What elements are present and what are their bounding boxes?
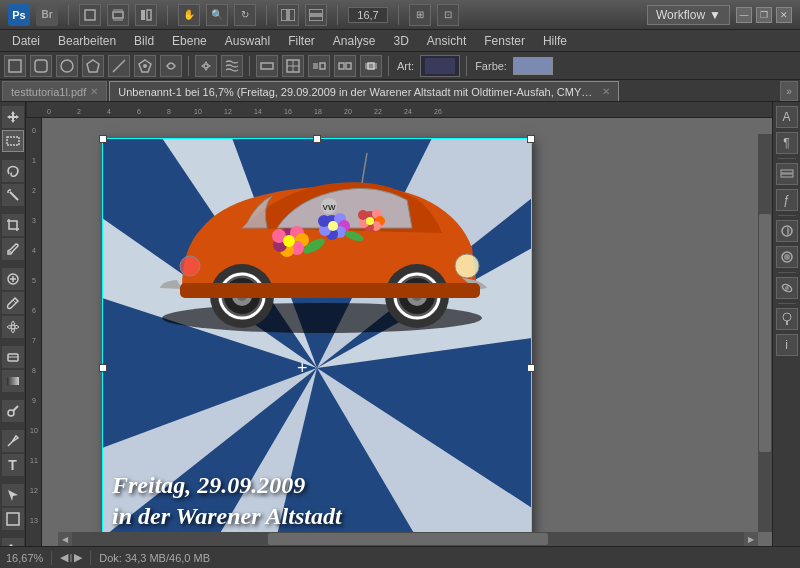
panel-masks[interactable] (776, 246, 798, 268)
svg-text:5: 5 (32, 277, 36, 284)
scrollbar-vertical[interactable] (758, 134, 772, 532)
tool-path-select[interactable] (2, 484, 24, 506)
menu-analyse[interactable]: Analyse (325, 32, 384, 50)
tool-eyedropper[interactable] (2, 238, 24, 260)
menu-filter[interactable]: Filter (280, 32, 323, 50)
opt-s4[interactable] (334, 55, 356, 77)
tab-pdf-close[interactable]: ✕ (90, 86, 98, 97)
rotate-tool-title[interactable]: ↻ (234, 4, 256, 26)
tool-pen[interactable] (2, 430, 24, 452)
canvas-scroll[interactable]: VW + Freitag, 29.09.2009 in der Warener (42, 118, 772, 546)
tool-eraser[interactable] (2, 346, 24, 368)
tool-gradient[interactable] (2, 370, 24, 392)
tab-pdf[interactable]: testtutoria1l.pdf ✕ (2, 81, 107, 101)
menu-bild[interactable]: Bild (126, 32, 162, 50)
opt-s5[interactable] (360, 55, 382, 77)
tool-lasso[interactable] (2, 160, 24, 182)
title-bar: Ps Br ✋ 🔍 ↻ 16,7 ⊞ ⊡ (0, 0, 800, 30)
menu-fenster[interactable]: Fenster (476, 32, 533, 50)
tool-dodge[interactable] (2, 400, 24, 422)
opt-transform[interactable] (195, 55, 217, 77)
close-button[interactable]: ✕ (776, 7, 792, 23)
menu-bearbeiten[interactable]: Bearbeiten (50, 32, 124, 50)
scroll-thumb-vertical[interactable] (759, 214, 771, 453)
svg-point-139 (784, 254, 790, 260)
nav-right-arrow[interactable]: ▶ (74, 551, 82, 564)
scrollbar-horizontal[interactable]: ◀ ▶ (58, 532, 758, 546)
menu-auswahl[interactable]: Auswahl (217, 32, 278, 50)
opt-shape-ellipse[interactable] (56, 55, 78, 77)
opt-shape-rect[interactable] (4, 55, 26, 77)
opt-warp[interactable] (221, 55, 243, 77)
opt-shape-poly[interactable] (82, 55, 104, 77)
zoom-input[interactable]: 16,7 (348, 7, 388, 23)
tool-move[interactable] (2, 106, 24, 128)
panel-brush-settings[interactable] (776, 308, 798, 330)
svg-rect-24 (346, 63, 351, 69)
layout-btn-2[interactable] (305, 4, 327, 26)
mode-btn-2[interactable] (107, 4, 129, 26)
tool-magic-wand[interactable] (2, 184, 24, 206)
svg-rect-4 (141, 10, 145, 20)
panel-paragraph[interactable]: ¶ (776, 132, 798, 154)
panel-layers[interactable] (776, 163, 798, 185)
layout-btn-1[interactable] (277, 4, 299, 26)
tool-clone[interactable] (2, 316, 24, 338)
mode-btn-1[interactable] (79, 4, 101, 26)
svg-text:11: 11 (30, 457, 38, 464)
svg-point-15 (143, 64, 147, 68)
panel-sep-1 (778, 158, 796, 159)
opt-shape-round[interactable] (30, 55, 52, 77)
opt-s3[interactable] (308, 55, 330, 77)
mode-btn-3[interactable] (135, 4, 157, 26)
svg-text:6: 6 (32, 307, 36, 314)
menu-ebene[interactable]: Ebene (164, 32, 215, 50)
svg-rect-0 (85, 10, 95, 20)
tool-healing[interactable] (2, 268, 24, 290)
panel-text[interactable]: A (776, 106, 798, 128)
title-bar-left: Ps Br ✋ 🔍 ↻ 16,7 ⊞ ⊡ (8, 4, 459, 26)
nav-left-arrow[interactable]: ◀ (60, 551, 68, 564)
tool-crop[interactable] (2, 214, 24, 236)
tool-brush[interactable] (2, 292, 24, 314)
scroll-thumb-horizontal[interactable] (268, 533, 548, 545)
panel-info[interactable]: i (776, 334, 798, 356)
opt-extra[interactable] (160, 55, 182, 77)
farbe-swatch[interactable] (513, 57, 553, 75)
menu-3d[interactable]: 3D (386, 32, 417, 50)
panel-3d-rotate[interactable] (776, 277, 798, 299)
svg-rect-21 (313, 63, 318, 69)
tool-marquee[interactable] (2, 130, 24, 152)
svg-rect-40 (7, 377, 19, 385)
tool-hand[interactable] (2, 538, 24, 546)
tool-text[interactable]: T (2, 454, 24, 476)
tabs-overflow-arrow[interactable]: » (780, 81, 798, 101)
panel-adjust[interactable] (776, 220, 798, 242)
svg-text:13: 13 (30, 517, 38, 524)
zoom-tool-title[interactable]: 🔍 (206, 4, 228, 26)
opt-shape-custom[interactable] (134, 55, 156, 77)
restore-button[interactable]: ❐ (756, 7, 772, 23)
minimize-button[interactable]: — (736, 7, 752, 23)
opt-s1[interactable] (256, 55, 278, 77)
document-tabs: testtutoria1l.pdf ✕ Unbenannt-1 bei 16,7… (0, 80, 800, 102)
screen-btn[interactable]: ⊡ (437, 4, 459, 26)
scroll-left-arrow[interactable]: ◀ (58, 532, 72, 546)
menu-ansicht[interactable]: Ansicht (419, 32, 474, 50)
panel-styles[interactable]: ƒ (776, 189, 798, 211)
scroll-right-arrow[interactable]: ▶ (744, 532, 758, 546)
opt-shape-line[interactable] (108, 55, 130, 77)
menu-datei[interactable]: Datei (4, 32, 48, 50)
svg-rect-9 (309, 16, 323, 21)
tool-shape[interactable] (2, 508, 24, 530)
art-swatch[interactable] (420, 55, 460, 77)
tab-main[interactable]: Unbenannt-1 bei 16,7% (Freitag, 29.09.20… (109, 81, 619, 101)
hand-tool-title[interactable]: ✋ (178, 4, 200, 26)
opt-s2[interactable] (282, 55, 304, 77)
workflow-button[interactable]: Workflow ▼ (647, 5, 730, 25)
svg-line-28 (10, 192, 18, 200)
tab-main-close[interactable]: ✕ (602, 86, 610, 97)
menu-hilfe[interactable]: Hilfe (535, 32, 575, 50)
timeline-bar[interactable] (70, 554, 72, 562)
arrange-btn[interactable]: ⊞ (409, 4, 431, 26)
